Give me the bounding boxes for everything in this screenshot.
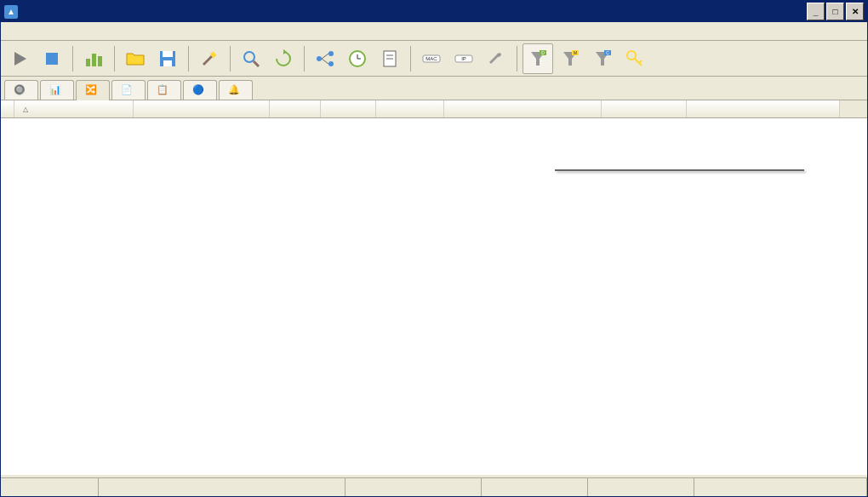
col-hostname[interactable] <box>602 100 687 117</box>
svg-line-16 <box>322 59 328 64</box>
menu-file[interactable] <box>8 29 21 34</box>
menubar <box>1 22 867 41</box>
filter-m-button[interactable]: M <box>555 43 585 74</box>
svg-line-38 <box>639 60 642 63</box>
mac-button[interactable]: MAC <box>416 43 447 74</box>
col-out[interactable] <box>321 100 376 117</box>
logging-icon: 📋 <box>157 84 168 96</box>
ip-button[interactable]: IP <box>448 43 479 74</box>
status-alarms <box>588 478 694 496</box>
nodes-icon: 🔘 <box>14 84 26 96</box>
col-ports[interactable] <box>444 100 602 117</box>
app-icon: ▲ <box>4 5 18 19</box>
svg-point-9 <box>244 52 254 62</box>
col-sessions[interactable] <box>376 100 444 117</box>
status-packets <box>99 478 345 496</box>
menu-help[interactable] <box>100 29 113 34</box>
network-button[interactable] <box>310 43 340 74</box>
save-button[interactable] <box>152 43 183 74</box>
filter-d-button[interactable]: D <box>523 43 553 74</box>
col-arrow[interactable] <box>1 100 14 117</box>
search-button[interactable] <box>236 43 266 74</box>
close-button[interactable]: ✕ <box>846 3 864 20</box>
alarms-icon: 🔔 <box>228 84 240 96</box>
tab-alarms[interactable]: 🔔 <box>219 80 253 100</box>
col-in[interactable] <box>270 100 321 117</box>
status-capture <box>1 478 99 496</box>
svg-point-12 <box>317 56 322 61</box>
svg-rect-3 <box>92 54 96 66</box>
titlebar: ▲ _ □ ✕ <box>1 1 867 22</box>
tab-logging[interactable]: 📋 <box>147 80 181 100</box>
statusbar <box>1 477 867 496</box>
channels-icon: 📊 <box>49 84 61 96</box>
status-autosave <box>345 478 482 496</box>
report-button[interactable] <box>374 43 405 74</box>
chart-button[interactable] <box>78 43 109 74</box>
status-rules <box>482 478 588 496</box>
col-destination-ip[interactable] <box>134 100 270 117</box>
filter-c-button[interactable]: C <box>587 43 618 74</box>
svg-marker-11 <box>283 49 287 54</box>
svg-line-15 <box>322 54 328 59</box>
svg-rect-2 <box>86 59 90 66</box>
svg-point-13 <box>328 51 334 56</box>
tab-nodes[interactable]: 🔘 <box>4 80 38 100</box>
connections-icon: 🔀 <box>85 84 97 96</box>
wrench-button[interactable] <box>481 43 511 74</box>
svg-point-14 <box>328 61 334 66</box>
tab-channels[interactable]: 📊 <box>40 80 74 100</box>
menu-rules[interactable] <box>84 29 98 34</box>
svg-text:C: C <box>606 50 609 55</box>
svg-rect-7 <box>163 60 172 66</box>
toolbar: MAC IP D M C <box>1 41 867 77</box>
svg-marker-0 <box>14 52 26 66</box>
svg-text:IP: IP <box>461 56 466 61</box>
tabs-bar: 🔘 📊 🔀 📄 📋 🔵 🔔 <box>1 77 867 100</box>
col-bytes[interactable] <box>687 100 840 117</box>
packets-icon: 📄 <box>121 84 133 96</box>
menu-view[interactable] <box>38 29 52 34</box>
refresh-button[interactable] <box>268 43 299 74</box>
status-cpu <box>694 478 867 496</box>
brush-button[interactable] <box>194 43 225 74</box>
minimize-button[interactable]: _ <box>807 3 825 20</box>
sort-asc-icon: △ <box>23 106 28 113</box>
play-button[interactable] <box>4 43 35 74</box>
window-controls: _ □ ✕ <box>807 3 864 20</box>
stop-button[interactable] <box>37 43 67 74</box>
tab-packets[interactable]: 📄 <box>111 80 146 100</box>
context-menu <box>555 169 804 171</box>
rules-icon: 🔵 <box>192 84 204 96</box>
clock-button[interactable] <box>342 43 373 74</box>
key-button[interactable] <box>620 43 650 74</box>
maximize-button[interactable]: □ <box>826 3 844 20</box>
tab-rules[interactable]: 🔵 <box>183 80 217 100</box>
main-window: ▲ _ □ ✕ MAC IP <box>0 0 868 497</box>
table-header: △ <box>1 100 867 118</box>
menu-search[interactable] <box>23 29 37 34</box>
svg-text:M: M <box>574 50 577 55</box>
svg-line-10 <box>254 61 259 66</box>
folder-button[interactable] <box>120 43 151 74</box>
tab-latest-ip-connections[interactable]: 🔀 <box>76 80 110 100</box>
col-source-ip[interactable]: △ <box>14 100 134 117</box>
svg-rect-4 <box>98 56 102 66</box>
connections-table: △ <box>1 100 867 475</box>
svg-rect-6 <box>163 51 173 57</box>
svg-text:D: D <box>541 50 545 55</box>
svg-point-36 <box>627 51 636 60</box>
svg-rect-1 <box>46 53 58 65</box>
menu-tools[interactable] <box>54 29 67 34</box>
menu-settings[interactable] <box>69 29 83 34</box>
svg-text:MAC: MAC <box>425 56 437 61</box>
